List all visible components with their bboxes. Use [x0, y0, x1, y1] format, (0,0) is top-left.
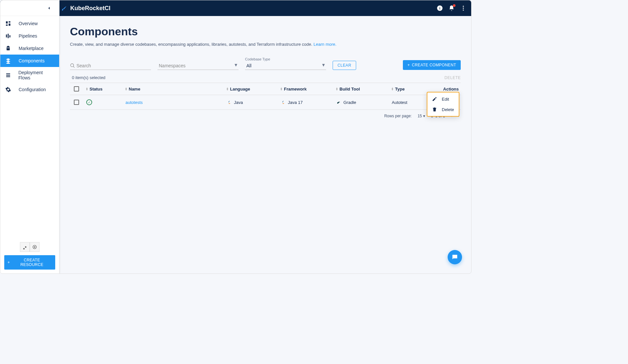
svg-rect-12	[6, 74, 10, 74]
search-input[interactable]	[75, 62, 151, 70]
sidebar-item-label: Pipelines	[19, 33, 37, 39]
pagination: Rows per page: 15 ▾ 1–1 of 1 ‹ ›	[59, 110, 471, 122]
svg-rect-6	[9, 21, 10, 23]
chevron-down-icon: ▾	[322, 62, 325, 68]
search-input-wrap	[70, 62, 151, 70]
sidebar-item-overview[interactable]: Overview	[0, 17, 59, 30]
more-icon[interactable]	[459, 4, 467, 12]
create-component-button[interactable]: + CREATE COMPONENT	[403, 60, 461, 70]
sort-icon: ▴▾	[227, 87, 228, 91]
chat-icon	[451, 254, 458, 261]
sidebar-item-label: Marketplace	[19, 46, 43, 51]
sidebar-item-label: Deployment Flows	[18, 70, 55, 80]
delete-selected-button[interactable]: DELETE	[444, 75, 461, 80]
learn-more-link[interactable]: Learn more.	[314, 42, 337, 47]
svg-rect-13	[6, 75, 10, 75]
th-name[interactable]: ▴▾Name	[125, 87, 227, 91]
select-all-checkbox[interactable]	[74, 86, 79, 91]
svg-rect-8	[6, 25, 8, 26]
page-title: Components	[70, 25, 461, 38]
search-icon	[70, 63, 75, 68]
java-icon	[281, 100, 286, 105]
row-context-menu: Edit Delete	[427, 92, 459, 117]
pipelines-icon	[5, 33, 11, 39]
page-description: Create, view, and manage diverse codebas…	[70, 42, 461, 47]
svg-point-4	[463, 9, 464, 10]
th-actions: Actions	[438, 87, 461, 91]
sidebar-item-components[interactable]: Components	[0, 55, 59, 67]
chat-fab[interactable]	[448, 250, 462, 264]
sidebar-item-configuration[interactable]: Configuration	[0, 83, 59, 96]
marketplace-icon	[5, 45, 11, 52]
th-status[interactable]: ▴▾Status	[86, 87, 125, 91]
table-row: ✓ autotests Java Java 17 Gradle Autotes	[70, 95, 461, 110]
cell-build-tool: Gradle	[336, 100, 392, 105]
configuration-icon	[5, 86, 11, 93]
sidebar-item-deployment-flows[interactable]: Deployment Flows	[0, 67, 59, 83]
overview-icon	[5, 20, 11, 27]
sort-icon: ▴▾	[86, 87, 88, 91]
sort-icon: ▴▾	[336, 87, 338, 91]
th-build-tool[interactable]: ▴▾Build Tool	[336, 87, 392, 91]
selection-count: 0 item(s) selected	[72, 75, 106, 80]
rocket-icon	[61, 5, 68, 11]
svg-text:i: i	[439, 6, 440, 10]
gradle-icon	[336, 100, 341, 105]
svg-rect-5	[6, 21, 8, 24]
namespaces-select[interactable]: ▾	[157, 62, 239, 70]
app-name: KubeRocketCI	[70, 5, 110, 12]
sort-icon: ▴▾	[392, 87, 393, 91]
svg-rect-11	[9, 35, 10, 38]
sort-icon: ▴▾	[125, 87, 127, 91]
components-icon	[5, 58, 11, 64]
plus-icon: +	[407, 63, 410, 67]
sidebar: Overview Pipelines Marketplace Component…	[0, 16, 59, 273]
sidebar-item-pipelines[interactable]: Pipelines	[0, 30, 59, 42]
th-framework[interactable]: ▴▾Framework	[281, 87, 336, 91]
main-content: Components Create, view, and manage dive…	[59, 16, 471, 273]
java-icon	[227, 100, 232, 105]
svg-point-2	[463, 6, 464, 7]
status-ok-icon: ✓	[86, 99, 92, 105]
sidebar-item-label: Components	[19, 58, 44, 63]
bell-icon[interactable]	[448, 4, 455, 12]
th-language[interactable]: ▴▾Language	[227, 87, 281, 91]
rows-per-page-select[interactable]: 15 ▾	[418, 114, 425, 118]
cell-status: ✓	[86, 99, 125, 105]
sort-icon: ▴▾	[281, 87, 282, 91]
tool-button-2[interactable]	[30, 242, 40, 252]
notification-dot	[453, 4, 455, 7]
sidebar-item-label: Configuration	[19, 87, 46, 92]
svg-rect-10	[8, 34, 9, 38]
chevron-down-icon: ▾	[235, 62, 237, 68]
codebase-type-select[interactable]: Codebase Type ▾	[245, 57, 326, 70]
svg-rect-7	[9, 24, 10, 26]
cell-framework: Java 17	[281, 100, 336, 105]
pencil-icon	[432, 96, 437, 102]
svg-rect-9	[6, 35, 7, 38]
row-checkbox[interactable]	[74, 100, 79, 105]
th-type[interactable]: ▴▾Type	[392, 87, 438, 91]
sidebar-collapse-button[interactable]	[0, 0, 59, 16]
logo[interactable]: KubeRocketCI	[61, 5, 110, 12]
table-header: ▴▾Status ▴▾Name ▴▾Language ▴▾Framework ▴…	[70, 83, 461, 95]
svg-point-3	[463, 8, 464, 8]
app-header: KubeRocketCI i	[0, 0, 471, 16]
context-delete[interactable]: Delete	[427, 104, 459, 115]
svg-rect-14	[6, 76, 10, 77]
chevron-left-icon	[46, 6, 52, 11]
info-icon[interactable]: i	[436, 4, 444, 12]
context-edit[interactable]: Edit	[427, 94, 459, 104]
clear-button[interactable]: CLEAR	[333, 61, 356, 70]
rows-per-page-label: Rows per page:	[384, 114, 412, 118]
sidebar-item-label: Overview	[19, 21, 38, 26]
sidebar-item-marketplace[interactable]: Marketplace	[0, 42, 59, 55]
cell-language: Java	[227, 100, 281, 105]
svg-point-16	[34, 246, 35, 248]
tool-button-1[interactable]	[20, 242, 30, 252]
deployment-flows-icon	[5, 72, 11, 78]
trash-icon	[432, 107, 437, 112]
plus-icon: +	[8, 260, 10, 265]
component-name-link[interactable]: autotests	[125, 100, 143, 105]
create-resource-button[interactable]: + CREATE RESOURCE	[4, 255, 55, 270]
